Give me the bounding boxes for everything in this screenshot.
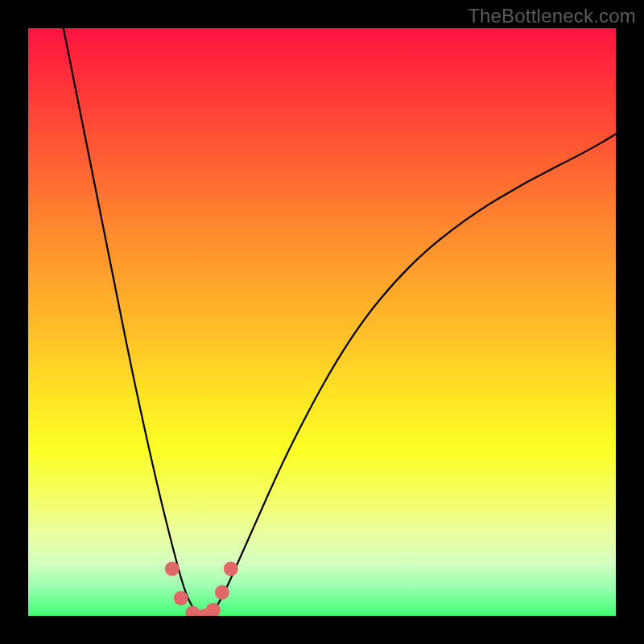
curve-marker: [174, 591, 188, 605]
marker-group: [165, 562, 238, 616]
chart-frame: TheBottleneck.com: [0, 0, 644, 644]
plot-area: [28, 28, 616, 616]
bottleneck-curve: [28, 28, 616, 616]
curve-marker: [224, 562, 238, 576]
watermark-text: TheBottleneck.com: [468, 5, 636, 27]
curve-marker: [165, 562, 180, 576]
curve-path: [64, 28, 616, 616]
curve-marker: [215, 585, 229, 600]
